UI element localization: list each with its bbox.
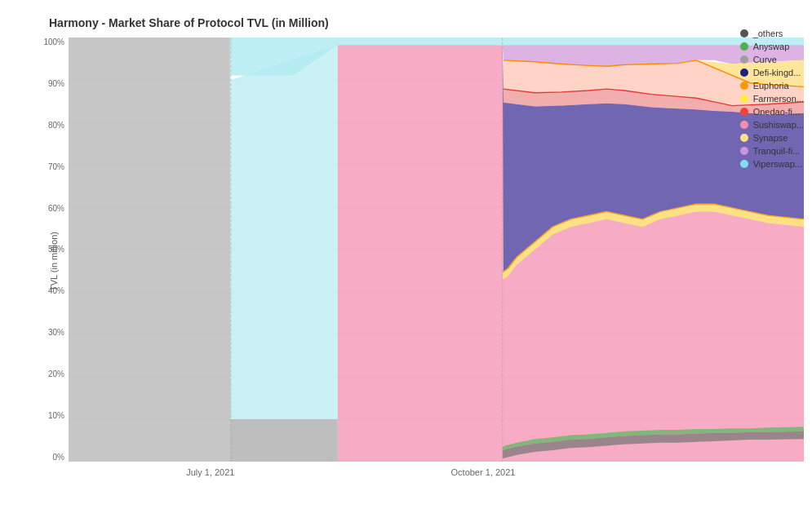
y-tick: 50% [32, 245, 64, 254]
x-tick-oct: October 1, 2021 [451, 467, 516, 477]
legend-item: Anyswap [740, 42, 804, 51]
legend-dot [740, 95, 748, 103]
y-axis-ticks: 100%90%80%70%60%50%40%30%20%10%0% [32, 38, 64, 462]
legend-dot [740, 29, 748, 38]
legend-item: _others [740, 29, 804, 38]
main-chart [69, 38, 804, 462]
y-tick: 70% [32, 162, 64, 171]
y-tick: 60% [32, 204, 64, 213]
legend-item: Tranquil-fi... [740, 146, 804, 156]
legend-dot [740, 134, 748, 142]
area-viperswap-mid [231, 45, 338, 419]
legend: _othersAnyswapCurveDefi-kingd...Euphoria… [740, 29, 804, 169]
y-tick: 20% [32, 369, 64, 378]
legend-item: Synapse [740, 133, 804, 143]
legend-dot [740, 121, 748, 129]
x-axis-labels: July 1, 2021 October 1, 2021 [69, 462, 804, 482]
legend-label: Euphoria [753, 81, 789, 91]
legend-label: Curve [753, 55, 777, 64]
y-tick: 0% [32, 453, 64, 462]
legend-label: Farmerson... [753, 94, 804, 104]
legend-label: Sushiswap... [753, 120, 804, 130]
legend-label: Anyswap [753, 42, 790, 51]
y-tick: 90% [32, 79, 64, 88]
legend-label: Tranquil-fi... [753, 146, 801, 156]
y-tick: 40% [32, 286, 64, 295]
legend-label: Defi-kingd... [753, 68, 801, 77]
legend-item: Sushiswap... [740, 120, 804, 130]
chart-area: TVL (in million) 100%90%80%70%60%50%40%3… [49, 38, 804, 486]
legend-item: Defi-kingd... [740, 68, 804, 77]
legend-dot [740, 108, 748, 116]
svg-area [69, 38, 804, 462]
legend-dot [740, 82, 748, 90]
chart-inner: 100%90%80%70%60%50%40%30%20%10%0% [69, 38, 804, 486]
legend-dot [740, 69, 748, 77]
y-tick: 100% [32, 38, 64, 46]
y-tick: 10% [32, 411, 64, 420]
legend-item: Farmerson... [740, 94, 804, 104]
legend-dot [740, 42, 748, 51]
legend-item: Euphoria [740, 81, 804, 91]
y-tick: 80% [32, 121, 64, 130]
legend-dot [740, 55, 748, 64]
legend-item: Onedao-fi... [740, 107, 804, 117]
x-tick-july: July 1, 2021 [186, 467, 234, 477]
area-curve-mid [231, 419, 338, 462]
chart-title: Harmony - Market Share of Protocol TVL (… [49, 16, 804, 29]
legend-label: Onedao-fi... [753, 107, 800, 117]
chart-container: Harmony - Market Share of Protocol TVL (… [0, 0, 812, 522]
legend-dot [740, 160, 748, 168]
legend-label: _others [753, 29, 783, 38]
legend-item: Curve [740, 55, 804, 64]
legend-item: Viperswap... [740, 159, 804, 169]
legend-dot [740, 147, 748, 155]
y-tick: 30% [32, 328, 64, 337]
legend-label: Synapse [753, 133, 788, 143]
legend-label: Viperswap... [753, 159, 802, 169]
